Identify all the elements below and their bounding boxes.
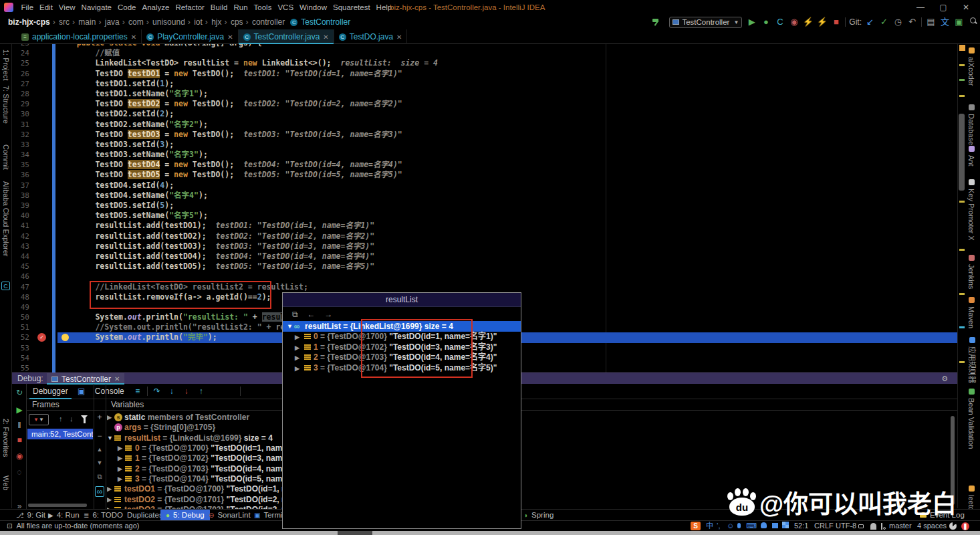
tool-window-button-spring[interactable]: ◗Spring bbox=[524, 510, 554, 521]
chevron-collapsed-icon[interactable]: ▶ bbox=[107, 484, 112, 494]
step-over-button[interactable]: ↷ bbox=[150, 387, 164, 396]
layout-settings-button[interactable]: ☷ bbox=[257, 387, 272, 396]
code-line[interactable]: 44 resultList.add(testDO4);testDO4: "Tes… bbox=[12, 251, 957, 261]
menu-navigate[interactable]: Navigate bbox=[78, 0, 114, 15]
close-tab-icon[interactable]: ✕ bbox=[131, 33, 136, 41]
filter-funnel-icon[interactable] bbox=[81, 415, 88, 419]
status-utf-8[interactable]: UTF-8 bbox=[836, 521, 856, 532]
code-line[interactable]: 27 testDO1.setId(1); bbox=[12, 79, 957, 89]
close-tab-icon[interactable]: ✕ bbox=[323, 33, 328, 41]
frame-down-icon[interactable]: ↓ bbox=[70, 415, 74, 423]
error-highlight-icon[interactable]: ❚ bbox=[961, 521, 969, 532]
move-up-button[interactable]: ▲ bbox=[94, 446, 106, 453]
menu-tools[interactable]: Tools bbox=[251, 0, 275, 15]
move-down-button[interactable]: ▼ bbox=[94, 459, 106, 466]
chevron-collapsed-icon[interactable]: ▶ bbox=[107, 495, 112, 505]
maximize-button[interactable]: ▢ bbox=[933, 0, 953, 15]
code-line[interactable]: 36 TestDO testDO5 = new TestDO();testDO5… bbox=[12, 170, 957, 180]
hamburger-icon[interactable]: ≡ bbox=[130, 387, 145, 396]
run-to-cursor-button[interactable]: ⇥ bbox=[223, 387, 238, 396]
resume-button[interactable]: ▶ bbox=[12, 405, 27, 415]
breadcrumb-item[interactable]: controller bbox=[246, 17, 285, 27]
run-config-combo[interactable]: TestController ▼ bbox=[669, 17, 742, 28]
tool-button-commit[interactable]: Commit bbox=[2, 144, 10, 170]
close-tab-icon[interactable]: ✕ bbox=[227, 33, 233, 41]
terminal-button[interactable]: ▣ bbox=[952, 15, 966, 29]
menu-squaretest[interactable]: Squaretest bbox=[330, 0, 373, 15]
tool-button-database[interactable]: Database bbox=[967, 104, 975, 145]
breadcrumb-item[interactable]: main bbox=[72, 17, 96, 27]
status-4-spaces[interactable]: 4 spaces bbox=[917, 521, 947, 532]
code-line[interactable]: 43 resultList.add(testDO3);testDO3: "Tes… bbox=[12, 241, 957, 251]
keyboard-icon[interactable]: ⌨ bbox=[746, 521, 757, 532]
tool-button-aixcoder[interactable]: aiXcoder bbox=[967, 47, 975, 86]
thread-selector[interactable]: ▼▼ bbox=[29, 414, 49, 425]
watch-toggle-button[interactable]: ∞ bbox=[95, 486, 104, 497]
chevron-expanded-icon[interactable]: ▼ bbox=[107, 433, 113, 443]
breakpoint-icon[interactable]: ✓ bbox=[37, 333, 46, 342]
tool-window-button----git[interactable]: ⎇9: Git bbox=[16, 510, 45, 521]
code-line[interactable]: 30 testDO2.setId(2); bbox=[12, 109, 957, 119]
breadcrumb-item[interactable]: com bbox=[122, 17, 144, 27]
breadcrumb-item[interactable]: java bbox=[98, 17, 119, 27]
memory-icon[interactable] bbox=[949, 521, 957, 532]
code-line[interactable]: 38 testDO4.setName("名字4"); bbox=[12, 191, 957, 201]
minimize-button[interactable]: — bbox=[910, 0, 931, 15]
code-line[interactable]: 29 TestDO testDO2 = new TestDO();testDO2… bbox=[12, 99, 957, 109]
editor-scrollbar[interactable] bbox=[959, 114, 965, 191]
ime-face-icon[interactable]: ☺ bbox=[727, 521, 734, 532]
menu-file[interactable]: File bbox=[18, 0, 37, 15]
frames-hscrollbar[interactable] bbox=[28, 504, 87, 507]
tool-button-jenkins[interactable]: Jenkins bbox=[967, 255, 975, 289]
tool-button----structure[interactable]: 7: Structure bbox=[2, 86, 10, 124]
mic-icon[interactable] bbox=[737, 521, 741, 532]
tool-window-button----run[interactable]: ▶4: Run bbox=[48, 510, 80, 521]
breadcrumb-item[interactable]: iot bbox=[188, 17, 203, 27]
close-button[interactable]: ✕ bbox=[956, 0, 976, 15]
code-line[interactable]: 25 LinkedList<TestDO> resultList = new L… bbox=[12, 58, 957, 68]
coverage-button[interactable]: C bbox=[773, 15, 787, 29]
code-line[interactable]: 32 TestDO testDO3 = new TestDO();testDO3… bbox=[12, 130, 957, 140]
sogou-icon[interactable]: S bbox=[691, 521, 701, 532]
tool-button-key-promoter-x[interactable]: Key Promoter X bbox=[967, 179, 975, 241]
code-line[interactable]: 31 testDO2.setName("名字2"); bbox=[12, 120, 957, 130]
rollback-button[interactable]: ↶ bbox=[905, 15, 919, 29]
menu-edit[interactable]: Edit bbox=[37, 0, 56, 15]
codeium-icon[interactable]: C bbox=[1, 282, 10, 290]
breadcrumb-item[interactable]: unisound bbox=[146, 17, 185, 27]
build-hammer-icon[interactable] bbox=[652, 17, 661, 27]
step-into-button[interactable]: ↓ bbox=[164, 387, 179, 396]
status-crlf[interactable]: CRLF bbox=[814, 521, 834, 532]
pause-button[interactable]: ‖ bbox=[12, 421, 27, 430]
chevron-collapsed-icon[interactable]: ▶ bbox=[118, 474, 122, 484]
remove-watch-button[interactable]: − bbox=[94, 431, 106, 441]
tab-debugger[interactable]: Debugger bbox=[27, 384, 74, 399]
shelf-button[interactable]: ▤ bbox=[924, 15, 938, 29]
chevron-expanded-icon[interactable]: ▼ bbox=[287, 321, 293, 332]
menu-code[interactable]: Code bbox=[114, 0, 139, 15]
breadcrumb-item[interactable]: biz-hjx-cps bbox=[8, 17, 50, 27]
menu-view[interactable]: View bbox=[55, 0, 78, 15]
close-tab-icon[interactable]: ✕ bbox=[396, 33, 402, 41]
menu-analyze[interactable]: Analyze bbox=[139, 0, 172, 15]
tool-window-button-sonarlint[interactable]: ⊖SonarLint bbox=[209, 510, 251, 521]
tool-window-button----debug[interactable]: ●5: Debug bbox=[160, 510, 210, 521]
editor-tab[interactable]: CTestController.java✕ bbox=[239, 29, 334, 44]
debug-button[interactable]: ● bbox=[759, 15, 773, 29]
tool-button-ant[interactable]: Ant bbox=[967, 146, 975, 167]
forward-icon[interactable]: → bbox=[325, 310, 333, 319]
tool-button----project[interactable]: 1: Project bbox=[2, 49, 10, 80]
code-line[interactable]: 42 resultList.add(testDO2);testDO2: "Tes… bbox=[12, 231, 957, 241]
evaluate-button[interactable]: ▦ bbox=[243, 387, 257, 396]
code-line[interactable]: 40 testDO5.setName("名字5"); bbox=[12, 211, 957, 221]
breadcrumb-item[interactable]: src bbox=[53, 17, 70, 27]
history-button[interactable]: ◷ bbox=[891, 15, 905, 29]
code-line[interactable]: 41 resultList.add(testDO1);testDO1: "Tes… bbox=[12, 221, 957, 231]
ime-punct-icon[interactable]: ’, bbox=[717, 521, 721, 532]
chevron-collapsed-icon[interactable]: ▶ bbox=[107, 413, 112, 423]
rerun-button[interactable]: ↻ bbox=[12, 388, 27, 397]
code-line[interactable]: 35 TestDO testDO4 = new TestDO();testDO4… bbox=[12, 160, 957, 170]
grid-icon[interactable] bbox=[782, 521, 789, 532]
shirt-icon[interactable] bbox=[772, 521, 778, 532]
bolt2-icon[interactable]: ⚡ bbox=[815, 15, 829, 29]
